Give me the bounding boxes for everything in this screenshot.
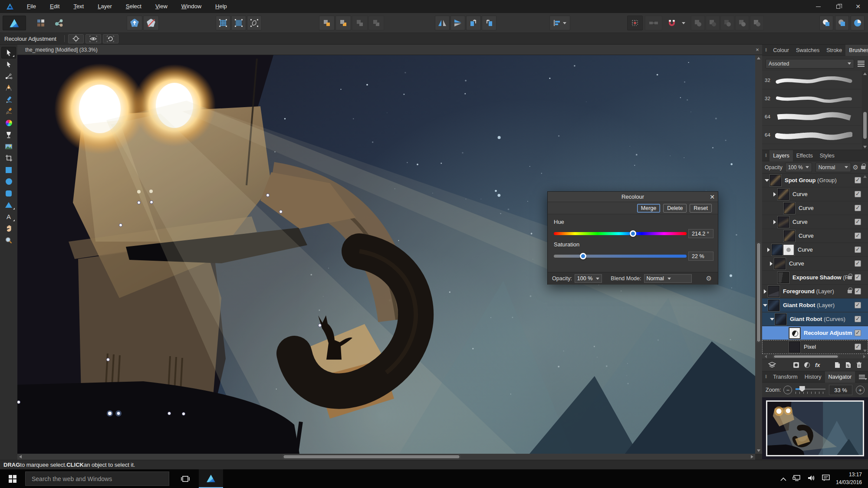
tab-effects[interactable]: Effects xyxy=(793,150,816,161)
rectangle-tool[interactable] xyxy=(1,164,16,176)
text-tool[interactable]: A xyxy=(1,211,16,223)
arrange-forward-button[interactable] xyxy=(335,16,351,30)
layer-row-curve-masked[interactable]: Curve xyxy=(762,243,868,257)
layer-row-curve[interactable]: Curve xyxy=(762,215,868,229)
volume-icon[interactable] xyxy=(807,475,816,483)
taskbar-clock[interactable]: 13:17 14/03/2016 xyxy=(836,471,864,486)
layer-row-recolour-adjustment[interactable]: Recolour Adjustment xyxy=(762,326,868,340)
taskbar-search-input[interactable]: Search the web and Windows xyxy=(25,472,169,486)
menu-edit[interactable]: Edit xyxy=(43,0,66,13)
layer-row-pixel[interactable]: Pixel xyxy=(762,340,868,354)
rotate-cw-button[interactable] xyxy=(482,16,496,30)
dialog-title-bar[interactable]: Recolour ✕ xyxy=(548,192,718,202)
scroll-left-icon[interactable] xyxy=(19,455,22,459)
affinity-designer-taskbar-button[interactable] xyxy=(199,469,223,488)
layer-opacity-select[interactable]: 100 % xyxy=(785,163,812,172)
saturation-slider-track[interactable] xyxy=(554,255,687,258)
layer-row-giant-robot-layer[interactable]: Giant Robot (Layer) xyxy=(762,298,868,312)
layer-visibility-checkbox[interactable] xyxy=(855,344,861,350)
insert-behind-button[interactable] xyxy=(143,16,159,30)
layer-options-icon[interactable] xyxy=(768,362,776,368)
minimize-button[interactable] xyxy=(808,0,828,13)
boolean-add-button[interactable] xyxy=(691,16,705,30)
layer-row-foreground[interactable]: Foreground (Layer) xyxy=(762,285,868,298)
flip-vertical-button[interactable] xyxy=(450,16,465,30)
layer-row-exposure-shadow[interactable]: Exposure Shadow (Pixel) xyxy=(762,271,868,285)
tab-stroke[interactable]: Stroke xyxy=(823,45,845,56)
expander-icon[interactable] xyxy=(772,220,778,224)
layer-visibility-checkbox[interactable] xyxy=(855,330,861,336)
menu-help[interactable]: Help xyxy=(208,0,234,13)
grid-dense-button[interactable] xyxy=(231,16,246,30)
layer-row-curve[interactable]: Curve xyxy=(762,257,868,271)
layer-thumbnail[interactable] xyxy=(770,175,781,186)
layer-visibility-checkbox[interactable] xyxy=(855,274,861,281)
layer-blend-mode-select[interactable]: Normal xyxy=(815,163,851,172)
layer-thumbnail[interactable] xyxy=(775,314,786,325)
alignment-button[interactable] xyxy=(549,16,570,30)
triangle-tool[interactable] xyxy=(1,199,16,211)
pixel-persona-button[interactable] xyxy=(33,16,49,30)
dialog-settings-gear-icon[interactable]: ⚙ xyxy=(706,275,712,282)
scroll-up-icon[interactable] xyxy=(757,57,760,59)
add-pixel-layer-icon[interactable] xyxy=(845,362,851,368)
restore-button[interactable] xyxy=(828,0,848,13)
snap-grid-button[interactable] xyxy=(627,16,643,30)
layer-thumbnail[interactable] xyxy=(778,189,789,200)
task-view-button[interactable] xyxy=(174,469,196,488)
menu-text[interactable]: Text xyxy=(66,0,91,13)
zoom-out-button[interactable]: − xyxy=(783,386,792,394)
layer-thumbnail[interactable] xyxy=(778,216,789,228)
menu-select[interactable]: Select xyxy=(119,0,148,13)
zoom-slider-handle[interactable] xyxy=(799,386,805,392)
snapping-options-chevron[interactable] xyxy=(680,16,687,30)
arrange-back-button[interactable] xyxy=(368,16,384,30)
flip-horizontal-button[interactable] xyxy=(435,16,450,30)
geometry-subtract-button[interactable] xyxy=(835,16,849,30)
layer-thumbnail[interactable] xyxy=(772,244,783,255)
delete-layer-icon[interactable] xyxy=(856,362,862,368)
tab-styles[interactable]: Styles xyxy=(816,150,838,161)
layer-visibility-checkbox[interactable] xyxy=(855,191,861,197)
layer-visibility-checkbox[interactable] xyxy=(855,219,861,225)
layer-row-curve[interactable]: Curve xyxy=(762,187,868,201)
designer-persona-button[interactable] xyxy=(3,16,26,30)
layer-visibility-checkbox[interactable] xyxy=(855,177,861,183)
layer-visibility-checkbox[interactable] xyxy=(855,288,861,295)
tab-swatches[interactable]: Swatches xyxy=(792,45,823,56)
layer-row-curve[interactable]: Curve xyxy=(762,201,868,215)
layer-row-spot-group[interactable]: Spot Group (Group) xyxy=(762,174,868,187)
brush-item[interactable]: 32 xyxy=(762,89,868,108)
scroll-right-icon[interactable] xyxy=(751,455,753,459)
ellipse-tool[interactable] xyxy=(1,176,16,187)
layer-thumbnail[interactable] xyxy=(789,341,800,353)
dialog-close-icon[interactable]: ✕ xyxy=(707,193,718,200)
layer-thumbnail[interactable] xyxy=(784,203,795,214)
close-button[interactable]: ✕ xyxy=(848,0,868,13)
hand-tool[interactable] xyxy=(1,223,16,234)
reset-button[interactable]: Reset xyxy=(690,204,712,213)
layer-list-horizontal-scrollbar[interactable] xyxy=(762,354,868,359)
canvas-horizontal-scrollbar[interactable] xyxy=(17,454,755,460)
layer-visibility-checkbox[interactable] xyxy=(855,233,861,239)
add-layer-icon[interactable] xyxy=(835,362,840,368)
mask-thumbnail[interactable] xyxy=(783,244,794,255)
layer-effects-icon[interactable]: fx xyxy=(815,362,820,368)
expander-icon[interactable] xyxy=(764,179,770,182)
hue-slider-handle[interactable] xyxy=(630,230,636,237)
layer-visibility-checkbox[interactable] xyxy=(855,260,861,267)
navigator-view-frame[interactable] xyxy=(766,400,864,456)
pen-tool[interactable] xyxy=(1,82,16,94)
snap-candidates-button[interactable] xyxy=(645,16,662,30)
crop-tool[interactable] xyxy=(1,152,16,164)
arrange-backward-button[interactable] xyxy=(352,16,368,30)
colour-wheel-tool[interactable] xyxy=(1,117,16,129)
fill-tool[interactable] xyxy=(1,129,16,141)
expander-icon[interactable] xyxy=(768,262,774,266)
menu-view[interactable]: View xyxy=(148,0,174,13)
menu-layer[interactable]: Layer xyxy=(91,0,119,13)
blend-options-gear-icon[interactable]: ⚙ xyxy=(853,164,858,171)
brush-category-select[interactable]: Assorted xyxy=(766,59,854,69)
lock-icon[interactable] xyxy=(861,166,865,169)
brush-item[interactable]: 64 xyxy=(762,108,868,126)
